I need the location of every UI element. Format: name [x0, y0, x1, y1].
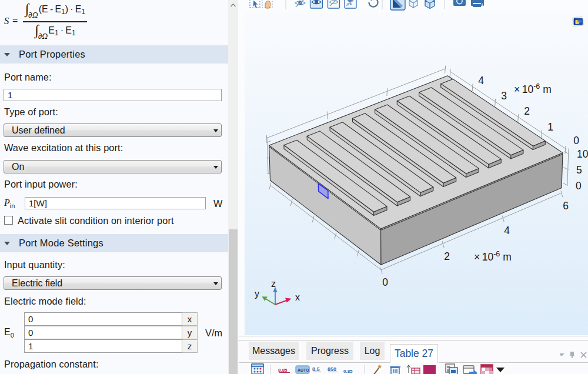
svg-text:× 10-6 m: × 10-6 m: [474, 250, 512, 263]
svg-text:5: 5: [576, 164, 582, 176]
svg-text:2: 2: [444, 251, 450, 262]
svg-text:AUTO: AUTO: [298, 368, 309, 372]
svg-text:8.5: 8.5: [312, 366, 320, 372]
svg-text:10: 10: [577, 148, 588, 160]
svg-text:× 10-6 m: × 10-6 m: [514, 82, 552, 95]
svg-text:3: 3: [501, 90, 507, 102]
svg-text:4: 4: [478, 75, 484, 86]
svg-text:2: 2: [524, 105, 530, 117]
svg-text:850: 850: [328, 366, 336, 372]
svg-text:x: x: [295, 292, 300, 302]
svg-text:1: 1: [547, 121, 553, 133]
svg-text:z: z: [271, 279, 276, 289]
svg-text:6: 6: [563, 200, 569, 212]
svg-text:0: 0: [382, 276, 388, 288]
svg-text:8.85: 8.85: [278, 368, 288, 373]
svg-text:y: y: [255, 289, 259, 299]
svg-text:4: 4: [504, 225, 510, 236]
svg-text:0.85: 0.85: [343, 369, 353, 374]
svg-text:0: 0: [576, 180, 582, 192]
svg-text:0: 0: [573, 135, 579, 146]
